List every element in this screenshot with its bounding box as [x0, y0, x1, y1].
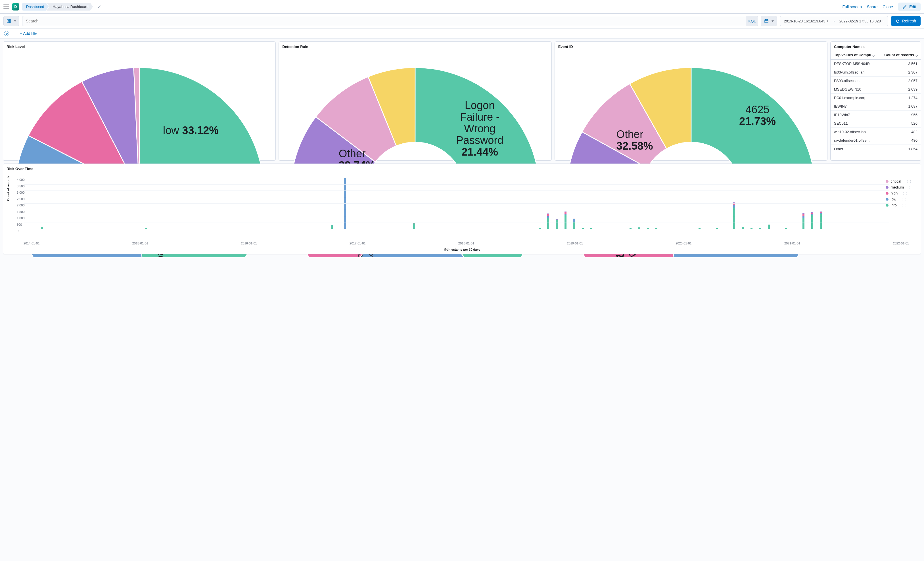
- bar-column[interactable]: [811, 212, 813, 229]
- chevron-down-icon: [771, 21, 774, 22]
- bar-column[interactable]: [344, 178, 346, 229]
- breadcrumb-dashboard[interactable]: Dashboard: [22, 3, 49, 11]
- bar-column[interactable]: [556, 219, 558, 229]
- svg-text:low 33.12%: low 33.12%: [163, 124, 219, 136]
- cell-name: win10-02.offsec.lan: [831, 128, 880, 136]
- table-row[interactable]: fs03vuln.offsec.lan2,307: [831, 68, 921, 76]
- table-header-name[interactable]: Top values of Compu: [831, 51, 880, 60]
- bar-chart[interactable]: [24, 178, 889, 229]
- x-tick: 2014-01-01: [24, 242, 39, 245]
- legend-item[interactable]: info⋮⋮: [886, 202, 915, 208]
- cell-count: 955: [880, 111, 921, 119]
- cell-count: 1,854: [880, 145, 921, 153]
- table-row[interactable]: win10-02.offsec.lan482: [831, 128, 921, 136]
- add-filter-button[interactable]: + Add filter: [20, 31, 39, 36]
- bar-column[interactable]: [733, 202, 735, 229]
- more-icon[interactable]: ⋮⋮: [901, 198, 907, 201]
- search-input[interactable]: [26, 19, 747, 23]
- table-row[interactable]: PC01.example.corp1,274: [831, 94, 921, 102]
- cell-name: IEWIN7: [831, 102, 880, 111]
- legend-swatch: [886, 186, 888, 189]
- computer-table: Top values of Compu Count of records DES…: [831, 51, 921, 153]
- cell-name: DESKTOP-M5SN04R: [831, 60, 880, 68]
- y-tick: 500: [17, 223, 22, 226]
- cell-count: 526: [880, 119, 921, 128]
- bar-column[interactable]: [331, 225, 333, 229]
- bar-segment-info: [547, 218, 549, 230]
- bar-column[interactable]: [564, 212, 567, 229]
- panel-title: Computer Names: [831, 45, 921, 49]
- bar-column[interactable]: [547, 213, 549, 229]
- legend-label: critical: [891, 179, 901, 183]
- edit-button[interactable]: Edit: [898, 3, 921, 11]
- menu-icon[interactable]: [3, 4, 9, 9]
- table-row[interactable]: MSEDGEWIN102,039: [831, 85, 921, 94]
- table-row[interactable]: Other1,854: [831, 145, 921, 153]
- y-tick: 1,500: [17, 210, 25, 213]
- table-header-count[interactable]: Count of records: [880, 51, 921, 60]
- sort-icon: [872, 54, 875, 57]
- cell-count: 3,561: [880, 60, 921, 68]
- table-row[interactable]: FS03.offsec.lan2,057: [831, 76, 921, 85]
- kql-badge[interactable]: KQL: [747, 16, 758, 26]
- share-button[interactable]: Share: [867, 4, 878, 9]
- cell-name: PC01.example.corp: [831, 94, 880, 102]
- cell-name: srvdefender01.offse...: [831, 136, 880, 145]
- bar-column[interactable]: [573, 219, 575, 229]
- table-row[interactable]: SEC511526: [831, 119, 921, 128]
- panel-title: Detection Rule: [282, 45, 548, 49]
- clone-button[interactable]: Clone: [882, 4, 893, 9]
- filter-options-icon[interactable]: ⊜: [4, 31, 9, 36]
- cell-count: 2,057: [880, 76, 921, 85]
- x-tick: 2018-01-01: [458, 242, 474, 245]
- legend-swatch: [886, 192, 888, 195]
- more-icon[interactable]: ⋮⋮: [908, 186, 915, 189]
- arrow-right-icon: →: [832, 19, 836, 23]
- legend-item[interactable]: medium⋮⋮: [886, 184, 915, 190]
- bar-column[interactable]: [413, 223, 415, 229]
- breadcrumb-current[interactable]: Hayabusa Dashboard: [46, 3, 93, 11]
- cell-name: MSEDGEWIN10: [831, 85, 880, 94]
- x-axis-label: @timestamp per 30 days: [6, 248, 918, 251]
- cell-name: FS03.offsec.lan: [831, 76, 880, 85]
- y-tick: 1,000: [17, 216, 25, 220]
- table-row[interactable]: IEWIN71,087: [831, 102, 921, 111]
- more-icon[interactable]: ⋮⋮: [906, 180, 912, 183]
- legend-item[interactable]: low⋮⋮: [886, 196, 915, 202]
- more-icon[interactable]: ⋮⋮: [902, 192, 908, 195]
- bar-column[interactable]: [820, 212, 822, 229]
- svg-rect-1: [8, 21, 10, 23]
- cell-count: 1,274: [880, 94, 921, 102]
- legend-item[interactable]: critical⋮⋮: [886, 178, 915, 184]
- bar-column[interactable]: [802, 213, 804, 229]
- y-tick: 0: [17, 229, 18, 232]
- legend-label: medium: [891, 185, 904, 189]
- refresh-label: Refresh: [902, 19, 916, 23]
- table-row[interactable]: srvdefender01.offse...480: [831, 136, 921, 145]
- cell-name: fs03vuln.offsec.lan: [831, 68, 880, 76]
- cell-count: 2,039: [880, 85, 921, 94]
- more-icon[interactable]: ⋮⋮: [901, 204, 908, 207]
- saved-query-button[interactable]: [3, 16, 19, 26]
- bar-segment-info: [413, 224, 415, 229]
- panel-title: Event ID: [558, 45, 824, 49]
- legend-label: low: [891, 197, 897, 201]
- bar-column[interactable]: [768, 225, 770, 229]
- filter-bar: ⊜ — + Add filter: [0, 28, 924, 39]
- y-tick: 4,000: [17, 178, 25, 182]
- search-box[interactable]: KQL: [22, 16, 758, 26]
- date-range[interactable]: 2013-10-23 16:16:13.843 + → 2022-02-19 1…: [780, 16, 888, 26]
- table-row[interactable]: DESKTOP-M5SN04R3,561: [831, 60, 921, 68]
- legend-label: high: [891, 191, 898, 195]
- bar-segment-info: [556, 220, 558, 230]
- legend-swatch: [886, 180, 888, 183]
- fullscreen-button[interactable]: Full screen: [842, 4, 861, 9]
- refresh-button[interactable]: Refresh: [891, 16, 921, 26]
- bar-segment-info: [573, 222, 575, 229]
- datepicker-button[interactable]: [761, 16, 777, 26]
- legend: critical⋮⋮medium⋮⋮high⋮⋮low⋮⋮info⋮⋮: [886, 178, 915, 208]
- app-badge[interactable]: D: [12, 3, 19, 10]
- x-tick: 2015-01-01: [132, 242, 148, 245]
- table-row[interactable]: IE10Win7955: [831, 111, 921, 119]
- legend-item[interactable]: high⋮⋮: [886, 190, 915, 196]
